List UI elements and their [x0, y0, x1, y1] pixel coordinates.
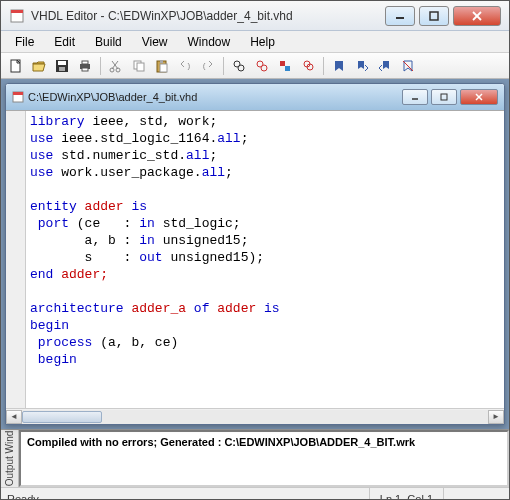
output-panel: Output Wind Compiled with no errors; Gen… [1, 429, 509, 487]
print-icon[interactable] [74, 55, 96, 77]
maximize-button[interactable] [419, 6, 449, 26]
status-empty [443, 488, 503, 500]
menu-window[interactable]: Window [178, 33, 241, 51]
undo-icon[interactable] [174, 55, 196, 77]
child-window-title: C:\EDWinXP\JOB\adder_4_bit.vhd [28, 91, 402, 103]
child-maximize-button[interactable] [431, 89, 457, 105]
child-minimize-button[interactable] [402, 89, 428, 105]
svg-rect-32 [13, 92, 23, 95]
svg-rect-34 [441, 94, 447, 100]
svg-rect-9 [59, 67, 65, 71]
child-window-controls [402, 89, 498, 105]
find-next-icon[interactable] [251, 55, 273, 77]
mdi-client-area: C:\EDWinXP\JOB\adder_4_bit.vhd library i… [1, 79, 509, 429]
svg-rect-27 [285, 66, 290, 71]
bookmark-clear-icon[interactable] [397, 55, 419, 77]
replace-icon[interactable] [274, 55, 296, 77]
svg-point-23 [238, 65, 244, 71]
menu-edit[interactable]: Edit [44, 33, 85, 51]
menu-view[interactable]: View [132, 33, 178, 51]
status-cursor-position: Ln 1, Col 1 [369, 488, 443, 500]
toolbar-separator [323, 57, 324, 75]
app-icon [9, 8, 25, 24]
svg-rect-1 [11, 10, 23, 13]
find-in-files-icon[interactable] [297, 55, 319, 77]
toolbar [1, 53, 509, 79]
svg-point-25 [261, 65, 267, 71]
open-file-icon[interactable] [28, 55, 50, 77]
scroll-left-icon[interactable]: ◄ [6, 410, 22, 424]
window-controls [385, 6, 501, 26]
document-icon [12, 91, 24, 103]
new-file-icon[interactable] [5, 55, 27, 77]
scroll-right-icon[interactable]: ► [488, 410, 504, 424]
svg-rect-12 [82, 68, 88, 71]
horizontal-scrollbar[interactable]: ◄ ► [6, 408, 504, 424]
svg-rect-3 [430, 12, 438, 20]
title-bar: VHDL Editor - C:\EDWinXP\JOB\adder_4_bit… [1, 1, 509, 31]
close-button[interactable] [453, 6, 501, 26]
scroll-thumb[interactable] [22, 411, 102, 423]
code-content[interactable]: library ieee, std, work; use ieee.std_lo… [26, 111, 504, 408]
paste-icon[interactable] [151, 55, 173, 77]
menu-build[interactable]: Build [85, 33, 132, 51]
minimize-button[interactable] [385, 6, 415, 26]
svg-rect-8 [58, 61, 66, 65]
code-editor[interactable]: library ieee, std, work; use ieee.std_lo… [6, 110, 504, 408]
child-close-button[interactable] [460, 89, 498, 105]
svg-rect-18 [137, 63, 144, 71]
toolbar-separator [100, 57, 101, 75]
child-title-bar: C:\EDWinXP\JOB\adder_4_bit.vhd [6, 84, 504, 110]
svg-rect-26 [280, 61, 285, 66]
svg-rect-20 [160, 60, 163, 63]
svg-rect-11 [82, 61, 88, 64]
svg-rect-21 [160, 64, 167, 72]
output-tab[interactable]: Output Wind [1, 430, 19, 487]
menu-file[interactable]: File [5, 33, 44, 51]
find-icon[interactable] [228, 55, 250, 77]
toolbar-separator [223, 57, 224, 75]
editor-gutter [6, 111, 26, 408]
cut-icon[interactable] [105, 55, 127, 77]
status-ready: Ready [7, 493, 369, 501]
editor-child-window: C:\EDWinXP\JOB\adder_4_bit.vhd library i… [5, 83, 505, 425]
bookmark-prev-icon[interactable] [374, 55, 396, 77]
output-line: Compiled with no errors; Generated : C:\… [27, 436, 501, 448]
scroll-track[interactable] [22, 410, 488, 424]
output-text[interactable]: Compiled with no errors; Generated : C:\… [19, 430, 509, 487]
menu-help[interactable]: Help [240, 33, 285, 51]
redo-icon[interactable] [197, 55, 219, 77]
copy-icon[interactable] [128, 55, 150, 77]
bookmark-icon[interactable] [328, 55, 350, 77]
window-title: VHDL Editor - C:\EDWinXP\JOB\adder_4_bit… [31, 9, 385, 23]
status-bar: Ready Ln 1, Col 1 [1, 487, 509, 500]
bookmark-next-icon[interactable] [351, 55, 373, 77]
save-icon[interactable] [51, 55, 73, 77]
menu-bar: File Edit Build View Window Help [1, 31, 509, 53]
